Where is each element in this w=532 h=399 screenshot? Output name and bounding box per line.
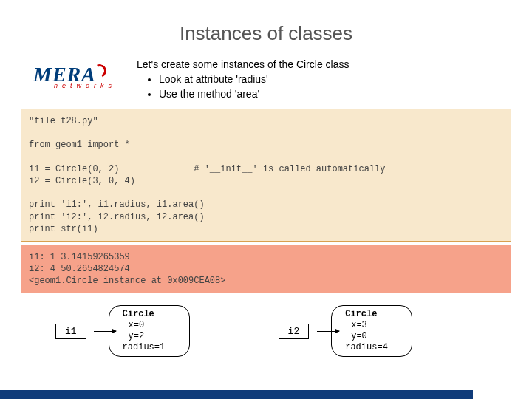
class-name: Circle: [123, 309, 180, 320]
bullet-list: Let's create some instances of the Circl…: [137, 58, 532, 100]
bullet-sub: Look at attribute 'radius': [159, 73, 532, 85]
attr: radius=1: [123, 342, 180, 353]
object-diagram: i1 Circle x=0 y=2 radius=1: [55, 305, 190, 357]
object-diagram: i2 Circle x=3 y=0 radius=4: [279, 305, 413, 357]
arrow-icon: [317, 331, 339, 332]
attr: y=2: [129, 331, 180, 342]
page-title: Instances of classes: [0, 22, 532, 45]
attr: radius=4: [345, 342, 403, 353]
var-label: i1: [55, 324, 86, 339]
class-name: Circle: [345, 309, 403, 320]
logo-subtext: networks: [54, 82, 137, 89]
logo: MERA networks: [33, 63, 137, 89]
footer-bar: [0, 390, 473, 399]
code-output: i1: 1 3.14159265359 i2: 4 50.2654824574 …: [21, 245, 511, 294]
circle-object: Circle x=0 y=2 radius=1: [109, 305, 190, 357]
code-source: "file t28.py" from geom1 import * i1 = C…: [21, 109, 511, 242]
var-label: i2: [279, 324, 310, 339]
bullet-main: Let's create some instances of the Circl…: [137, 58, 532, 70]
attr: x=3: [351, 320, 403, 331]
circle-object: Circle x=3 y=0 radius=4: [331, 305, 412, 357]
diagram: i1 Circle x=0 y=2 radius=1 i2 Circle x=3…: [55, 305, 532, 357]
attr: y=0: [351, 331, 403, 342]
attr: x=0: [129, 320, 180, 331]
arrow-icon: [94, 331, 116, 332]
bullet-sub: Use the method 'area': [159, 88, 532, 100]
